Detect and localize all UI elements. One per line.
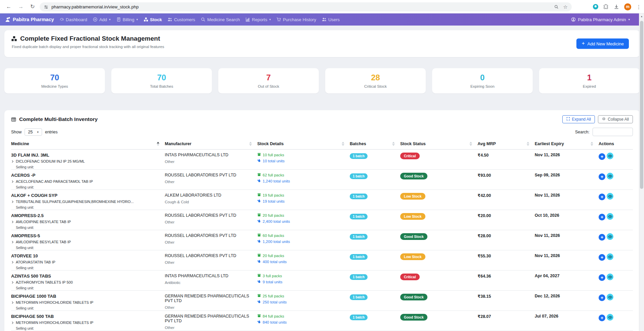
scrollbar-thumb[interactable] [640, 21, 643, 189]
full-packs-label: 60 full packs [263, 234, 284, 238]
sort-arrows-icon [591, 142, 593, 146]
reload-icon[interactable]: ↻ [30, 4, 35, 9]
expand-row-chevron-icon[interactable] [11, 321, 14, 324]
column-header-avg-mrp[interactable]: Avg MRP [478, 140, 535, 150]
extension-icon[interactable] [593, 4, 598, 9]
category-label: Other [165, 305, 255, 309]
selling-unit-label: Selling unit: [16, 165, 163, 169]
column-header-stock-details[interactable]: Stock Details [257, 140, 350, 150]
browser-menu-icon[interactable]: ⋮ [636, 4, 641, 9]
forward-icon[interactable]: → [18, 4, 24, 9]
stat-value: 70 [157, 74, 166, 82]
expand-row-chevron-icon[interactable] [11, 200, 14, 203]
user-menu[interactable]: Pabitra Pharmacy Admin ▾ [571, 17, 630, 22]
add-batch-button[interactable]: + [599, 294, 605, 301]
back-icon[interactable]: ← [6, 4, 11, 9]
show-label: Show [11, 130, 22, 134]
add-batch-button[interactable]: + [599, 173, 605, 180]
total-units-label: 1,200 total units [263, 240, 290, 244]
downloads-icon[interactable] [614, 4, 619, 9]
column-header-batches[interactable]: Batches [350, 140, 400, 150]
stat-label: Out of Stock [258, 84, 279, 88]
add-new-medicine-button[interactable]: Add New Medicine [576, 39, 629, 49]
batch-count-badge: 1 batch [350, 153, 368, 159]
bar-chart-icon [245, 17, 250, 22]
box-icon [257, 314, 261, 318]
expand-row-chevron-icon[interactable] [11, 261, 14, 264]
address-bar[interactable]: pharmacy.pabitramemorial.in/view_stock.p… [40, 2, 572, 11]
view-medicine-button[interactable] [607, 213, 613, 220]
manufacturer-name: INTAS PHARMACEUTICALS LTD [165, 153, 255, 157]
batch-count-badge: 1 batch [350, 214, 368, 219]
view-medicine-button[interactable] [607, 233, 613, 240]
droplet-icon [257, 280, 261, 284]
plus-icon [581, 41, 585, 46]
column-header-earliest-expiry[interactable]: Earliest Expiry [535, 140, 599, 150]
expand-row-chevron-icon[interactable] [11, 180, 14, 183]
profile-avatar[interactable]: m [624, 3, 631, 10]
select-caret-icon: ▾ [37, 130, 39, 134]
column-header-medicine[interactable]: Medicine [11, 140, 165, 150]
manufacturer-name: ROUSSEL LABORATORIES PVT LTD [165, 233, 255, 238]
expand-row-chevron-icon[interactable] [11, 281, 14, 284]
avg-mrp-value: ₹28.00 [478, 230, 535, 250]
nav-item-reports[interactable]: Reports▾ [245, 17, 271, 22]
avg-mrp-value: ₹55.30 [478, 250, 535, 271]
brand-label: Pabitra Pharmacy [13, 17, 54, 22]
nav-item-label: Stock [150, 17, 162, 22]
search-input[interactable] [593, 128, 633, 136]
url-text[interactable]: pharmacy.pabitramemorial.in/view_stock.p… [51, 4, 551, 9]
view-medicine-button[interactable] [607, 314, 613, 321]
view-medicine-button[interactable] [607, 294, 613, 300]
batch-count-badge: 1 batch [350, 194, 368, 199]
scroll-up-icon[interactable]: ▲ [639, 13, 644, 19]
nav-item-add[interactable]: Add▾ [93, 17, 111, 22]
add-batch-button[interactable]: + [599, 194, 605, 200]
droplet-icon [257, 300, 261, 304]
page-size-select[interactable]: 25 ▾ [25, 128, 42, 136]
batch-count-badge: 1 batch [350, 234, 368, 240]
view-medicine-button[interactable] [607, 193, 613, 200]
page-scrollbar[interactable]: ▲ [639, 13, 644, 331]
box-icon [257, 233, 261, 238]
extensions-puzzle-icon[interactable] [603, 4, 609, 9]
nav-item-dashboard[interactable]: Dashboard [60, 17, 87, 22]
add-batch-button[interactable]: + [599, 315, 605, 321]
view-medicine-button[interactable] [607, 274, 613, 280]
expand-row-chevron-icon[interactable] [11, 220, 14, 223]
column-label: Batches [350, 141, 366, 146]
sort-arrows-icon [527, 142, 529, 146]
generic-name: METFORMIN HYDROCHLORIDE TABLETS IP [16, 300, 93, 304]
expand-all-button[interactable]: Expand All [562, 115, 595, 123]
zoom-icon[interactable] [554, 5, 559, 9]
batch-count-badge: 1 batch [350, 274, 368, 280]
add-batch-button[interactable]: + [599, 274, 605, 281]
nav-item-medicine-search[interactable]: Medicine Search [201, 17, 240, 22]
nav-item-customers[interactable]: Customers [167, 17, 195, 22]
stat-label: Expiring Soon [470, 84, 495, 88]
add-batch-button[interactable]: + [599, 214, 605, 220]
column-header-stock-status[interactable]: Stock Status [400, 140, 478, 150]
add-batch-button[interactable]: + [599, 153, 605, 160]
medicine-name: BICIPHAGE 500 TAB [11, 314, 163, 319]
expand-row-chevron-icon[interactable] [11, 301, 14, 304]
earliest-expiry-date: Sep 09, 2026 [535, 170, 599, 190]
nav-item-billing[interactable]: Billing▾ [116, 17, 138, 22]
add-batch-button[interactable]: + [599, 254, 605, 261]
add-batch-button[interactable]: + [599, 234, 605, 241]
view-medicine-button[interactable] [607, 253, 613, 260]
view-medicine-button[interactable] [607, 173, 613, 179]
column-header-manufacturer[interactable]: Manufacturer [165, 140, 257, 150]
table-row: AMOPRESS-5AMLODIPINE BESYLATE TAB IPSell… [11, 230, 633, 250]
nav-item-purchase-history[interactable]: Purchase History [276, 17, 316, 22]
brand[interactable]: Pabitra Pharmacy [5, 17, 54, 23]
bookmark-star-icon[interactable]: ☆ [563, 4, 568, 9]
nav-item-users[interactable]: Users [322, 17, 340, 22]
view-medicine-button[interactable] [607, 153, 613, 159]
site-settings-icon[interactable] [44, 5, 48, 9]
nav-item-stock[interactable]: Stock [144, 17, 162, 22]
collapse-all-button[interactable]: Collapse All [598, 115, 633, 123]
expand-row-chevron-icon[interactable] [11, 241, 14, 244]
expand-row-chevron-icon[interactable] [11, 160, 14, 163]
expand-icon [566, 117, 570, 122]
